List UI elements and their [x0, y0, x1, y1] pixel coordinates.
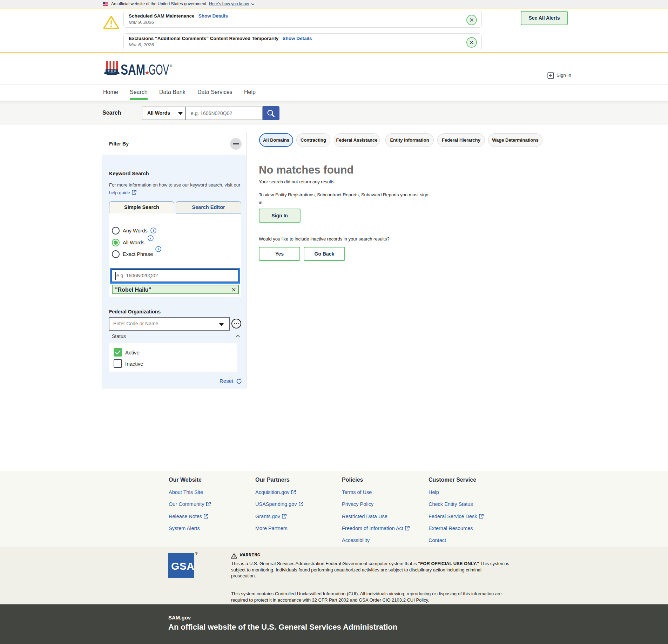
svg-text:®: ® — [170, 64, 173, 68]
svg-text:i: i — [158, 247, 159, 251]
svg-text:i: i — [153, 228, 154, 232]
svg-text:GOV: GOV — [149, 61, 169, 77]
svg-text:i: i — [150, 236, 151, 240]
svg-text:SAM: SAM — [121, 61, 145, 77]
